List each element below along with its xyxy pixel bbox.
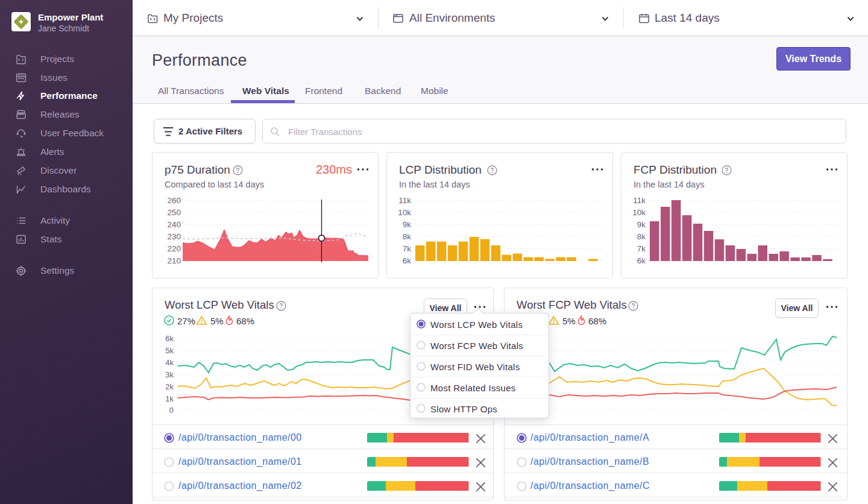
svg-text:3k: 3k (165, 370, 174, 379)
svg-text:11k: 11k (633, 196, 646, 205)
svg-text:1k: 1k (165, 394, 174, 403)
svg-text:8k: 8k (403, 232, 412, 241)
svg-text:5k: 5k (165, 346, 174, 355)
svg-text:4k: 4k (165, 358, 174, 367)
svg-text:240: 240 (167, 220, 181, 229)
svg-text:10k: 10k (632, 208, 646, 217)
svg-text:9k: 9k (637, 220, 646, 229)
svg-text:250: 250 (167, 208, 181, 217)
svg-text:6k: 6k (403, 256, 412, 265)
svg-text:220: 220 (167, 244, 181, 253)
svg-text:210: 210 (167, 256, 181, 265)
svg-text:6k: 6k (165, 334, 174, 343)
svg-text:9k: 9k (403, 220, 412, 229)
svg-text:260: 260 (167, 196, 181, 205)
svg-text:7k: 7k (637, 244, 646, 253)
svg-text:10k: 10k (398, 208, 411, 217)
svg-text:6k: 6k (637, 256, 646, 265)
svg-text:11k: 11k (398, 196, 411, 205)
svg-text:0: 0 (169, 406, 174, 415)
svg-text:7k: 7k (403, 244, 412, 253)
svg-text:8k: 8k (637, 232, 646, 241)
svg-text:2k: 2k (165, 382, 174, 391)
svg-text:230: 230 (167, 232, 181, 241)
